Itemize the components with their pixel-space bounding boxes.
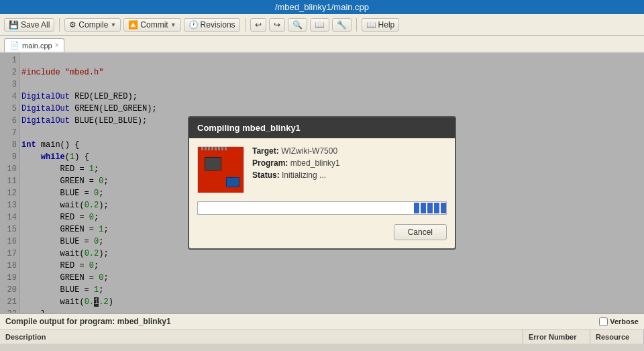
main-content: 1 2 3 4 5 6 7 8 9 10 11 12 13 14 15 16 1… — [0, 53, 644, 344]
compile-modal: Compiling mbed_blinky1 — [188, 116, 456, 250]
progress-bar — [413, 202, 446, 214]
commit-button[interactable]: 🔼 Commit ▼ — [123, 18, 180, 32]
file-tab-name: main.cpp — [22, 42, 52, 50]
tools-button[interactable]: 🔧 — [332, 18, 352, 32]
title-bar: /mbed_blinky1/main.cpp — [0, 0, 644, 14]
modal-info: Target: WIZwiki-W7500 Program: mbed_blin… — [197, 146, 447, 193]
progress-block — [441, 203, 446, 213]
commit-icon: 🔼 — [128, 20, 138, 30]
verbose-label: Verbose — [610, 317, 639, 325]
col-description: Description — [0, 330, 523, 344]
file-tab[interactable]: 📄 main.cpp × — [4, 38, 64, 52]
device-chip — [205, 157, 221, 170]
verbose-checkbox-area[interactable]: Verbose — [599, 317, 639, 326]
device-board — [198, 147, 244, 193]
compile-button[interactable]: ⚙ Compile ▼ — [64, 18, 121, 32]
col-resource: Resource — [590, 330, 644, 344]
cancel-button[interactable]: Cancel — [394, 224, 447, 240]
modal-footer: Cancel — [197, 221, 447, 240]
bookmark-icon: 📖 — [315, 20, 325, 30]
undo-button[interactable]: ↩ — [250, 18, 266, 32]
file-tab-icon: 📄 — [10, 41, 19, 50]
device-image — [197, 146, 244, 193]
tab-bar: 📄 main.cpp × — [0, 36, 644, 53]
search-button[interactable]: 🔍 — [288, 18, 307, 32]
col-error-number: Error Number — [523, 330, 590, 344]
toolbar-separator — [59, 18, 60, 32]
modal-overlay: Compiling mbed_blinky1 — [0, 53, 644, 313]
compile-dropdown-arrow: ▼ — [110, 21, 116, 28]
search-icon: 🔍 — [292, 20, 303, 30]
progress-block — [421, 203, 426, 213]
verbose-checkbox[interactable] — [599, 317, 608, 326]
program-line: Program: mbed_blinky1 — [252, 158, 447, 168]
revisions-icon: 🕐 — [189, 20, 199, 30]
toolbar-separator-2 — [245, 18, 246, 32]
progress-block — [427, 203, 433, 213]
modal-text: Target: WIZwiki-W7500 Program: mbed_blin… — [252, 146, 447, 193]
toolbar: 💾 Save All ⚙ Compile ▼ 🔼 Commit ▼ 🕐 Revi… — [0, 14, 644, 36]
device-pins-top — [201, 147, 240, 150]
undo-icon: ↩ — [255, 20, 262, 30]
compile-table-header: Description Error Number Resource — [0, 329, 644, 344]
revisions-button[interactable]: 🕐 Revisions — [184, 18, 240, 32]
modal-body: Target: WIZwiki-W7500 Program: mbed_blin… — [189, 138, 455, 248]
modal-title: Compiling mbed_blinky1 — [189, 117, 455, 138]
redo-icon: ↪ — [274, 20, 280, 30]
progress-block — [434, 203, 439, 213]
commit-dropdown-arrow: ▼ — [170, 21, 176, 28]
compile-icon: ⚙ — [69, 20, 76, 30]
device-chip2 — [226, 177, 239, 187]
code-panel[interactable]: 1 2 3 4 5 6 7 8 9 10 11 12 13 14 15 16 1… — [0, 53, 644, 313]
toolbar-separator-3 — [356, 18, 357, 32]
status-line: Status: Initializing ... — [252, 170, 447, 180]
help-button[interactable]: 📖 Help — [362, 18, 400, 32]
compile-output-bar: Compile output for program: mbed_blinky1… — [0, 313, 644, 329]
tools-icon: 🔧 — [337, 20, 347, 30]
progress-container — [197, 201, 447, 215]
save-icon: 💾 — [9, 20, 19, 30]
tab-close-button[interactable]: × — [55, 42, 59, 49]
progress-block — [414, 203, 419, 213]
save-all-button[interactable]: 💾 Save All — [4, 18, 54, 32]
redo-button[interactable]: ↪ — [269, 18, 285, 32]
target-line: Target: WIZwiki-W7500 — [252, 146, 447, 156]
bookmark-button[interactable]: 📖 — [310, 18, 329, 32]
title-text: /mbed_blinky1/main.cpp — [275, 2, 369, 12]
help-icon: 📖 — [366, 20, 376, 30]
compile-output-label: Compile output for program: mbed_blinky1 — [5, 317, 171, 326]
